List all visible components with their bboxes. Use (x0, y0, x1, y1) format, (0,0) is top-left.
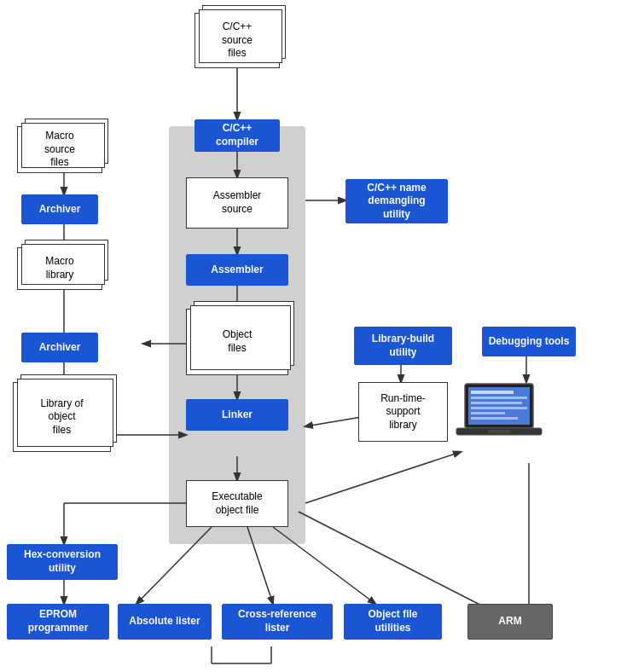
svg-rect-32 (471, 391, 514, 394)
diagram: C/C++ source files C/C++ compiler Macro … (0, 0, 627, 672)
svg-rect-37 (471, 417, 518, 420)
archiver1[interactable]: Archiver (21, 194, 98, 224)
laptop-icon (452, 382, 546, 450)
assembler[interactable]: Assembler (186, 254, 288, 286)
hex-conversion-utility[interactable]: Hex-conversion utility (7, 544, 118, 580)
svg-rect-34 (471, 402, 522, 404)
svg-rect-39 (488, 430, 510, 433)
macro-library: Macro library (17, 247, 102, 290)
linker[interactable]: Linker (186, 399, 288, 431)
arm-box[interactable]: ARM (467, 604, 553, 640)
library-of-object-files: Library of object files (13, 382, 111, 452)
object-files: Object files (186, 309, 288, 375)
absolute-lister[interactable]: Absolute lister (118, 604, 212, 640)
object-file-utilities[interactable]: Object file utilities (344, 604, 442, 640)
cpp-source-label: C/C++ source files (222, 20, 253, 61)
macro-source-files: Macro source files (17, 126, 102, 173)
assembler-source: Assembler source (186, 177, 288, 229)
archiver2[interactable]: Archiver (21, 333, 98, 362)
debugging-tools[interactable]: Debugging tools (482, 327, 576, 356)
eprom-programmer[interactable]: EPROM programmer (7, 604, 109, 640)
executable-object-file: Executable object file (186, 480, 288, 527)
library-build-utility[interactable]: Library-build utility (354, 327, 452, 365)
cpp-compiler[interactable]: C/C++ compiler (194, 119, 280, 152)
svg-line-24 (299, 512, 495, 612)
svg-line-18 (305, 452, 461, 503)
cpp-demangling-utility[interactable]: C/C++ name demangling utility (345, 179, 448, 223)
cross-reference-lister[interactable]: Cross-reference lister (222, 604, 333, 640)
svg-rect-35 (471, 407, 527, 409)
cpp-source-files: C/C++ source files (194, 13, 280, 68)
svg-rect-33 (471, 397, 527, 399)
runtime-support-library: Run-time- support library (358, 382, 448, 442)
svg-rect-36 (471, 412, 505, 414)
